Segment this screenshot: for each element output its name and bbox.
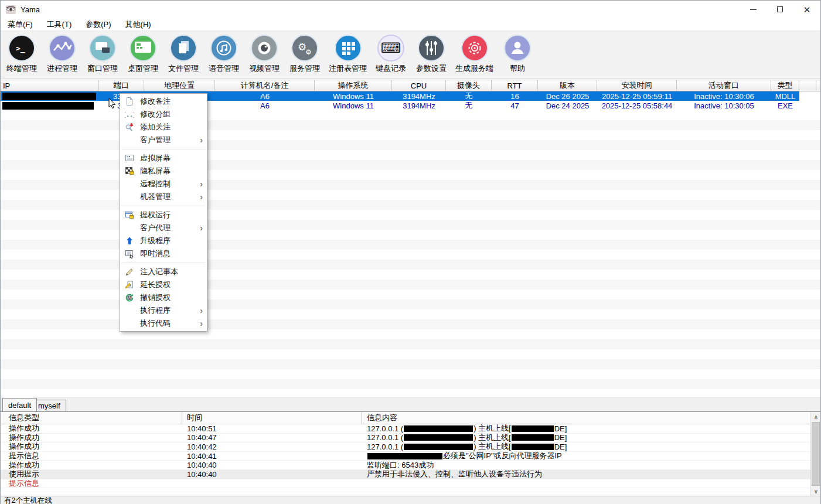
toolbar-item-registry-manage[interactable]: 注册表管理 (329, 35, 367, 74)
context-menu-item-add-watch[interactable]: 添加关注 (120, 121, 207, 134)
host-cell-cpu: 3194MHz (392, 91, 446, 101)
context-menu-item-upgrade-program[interactable]: 升级程序 (120, 234, 207, 247)
redacted-ip (2, 102, 94, 110)
no-icon (124, 135, 135, 145)
context-menu-label-edit-note: 修改备注 (140, 96, 205, 107)
context-menu-item-edit-note[interactable]: 修改备注 (120, 95, 207, 108)
log-text-segment: 127.0.0.1 ( (367, 442, 403, 451)
toolbar-item-window-manage[interactable]: 窗口管理 (86, 35, 119, 74)
context-menu-item-remote-control[interactable]: 远程控制› (120, 178, 207, 190)
redacted-ip (2, 93, 96, 100)
host-cell-os: Windows 11 (315, 101, 392, 110)
inject-notepad-icon (124, 267, 135, 277)
host-cell-type: MDLL (771, 91, 799, 101)
context-menu-item-execute-code[interactable]: 执行代码› (120, 317, 207, 330)
menu-separator (121, 149, 206, 149)
host-column-header-blank[interactable] (799, 80, 816, 91)
context-menu-item-extend-auth[interactable]: x延长授权 (120, 278, 207, 291)
context-menu-item-client-proxy[interactable]: 客户代理› (120, 222, 207, 234)
scroll-down-icon[interactable]: ∨ (811, 486, 821, 496)
host-column-header-install-time[interactable]: 安装时间 (597, 80, 677, 91)
tab-default[interactable]: default (2, 398, 37, 411)
context-menu-item-inject-notepad[interactable]: 注入记事本 (120, 265, 207, 278)
host-column-header-os[interactable]: 操作系统 (315, 80, 392, 91)
host-column-header-ip[interactable]: IP (1, 80, 99, 91)
context-menu-item-client-manage[interactable]: 客户管理› (120, 134, 207, 147)
log-cell-msg-type: 提示信息 (1, 478, 182, 489)
log-panel: 信息类型 时间 信息内容 操作成功10:40:51127.0.0.1 () 主机… (1, 411, 820, 496)
host-cell-rtt: 16 (492, 91, 538, 101)
toolbar-item-video-manage[interactable]: 视频管理 (248, 35, 281, 74)
log-header-content[interactable]: 信息内容 (362, 412, 820, 424)
toolbar-item-terminal-manage[interactable]: >_终端管理 (5, 35, 38, 74)
context-menu-label-extend-auth: 延长授权 (140, 280, 205, 290)
context-menu-item-execute-program[interactable]: 执行程序› (120, 304, 207, 317)
toolbar-label-desktop-manage: 桌面管理 (128, 63, 158, 74)
maximize-button[interactable] (767, 1, 793, 18)
no-icon (124, 192, 135, 202)
toolbar-item-build-server[interactable]: 生成服务端 (455, 35, 493, 74)
context-menu-label-execute-code: 执行代码 (140, 318, 200, 329)
upgrade-icon (124, 236, 135, 246)
scroll-up-icon[interactable]: ∧ (811, 412, 821, 421)
menu-params[interactable]: 参数(P) (80, 18, 117, 31)
no-icon (124, 306, 135, 315)
context-menu-item-elevate-run[interactable]: 提权运行 (120, 209, 207, 222)
toolbar-label-keylogger: 键盘记录 (376, 63, 406, 74)
context-menu-item-instant-message[interactable]: 即时消息 (120, 247, 207, 260)
host-column-header-type[interactable]: 类型 (771, 80, 799, 91)
context-menu-label-elevate-run: 提权运行 (140, 210, 205, 220)
host-column-header-computer-name[interactable]: 计算机名/备注 (215, 80, 315, 91)
context-menu-item-privacy-screen[interactable]: 隐私屏幕 (120, 165, 207, 178)
close-button[interactable]: ✕ (793, 1, 820, 18)
toolbar-item-help[interactable]: 帮助 (501, 35, 534, 74)
host-cell-rtt: 47 (492, 101, 538, 110)
context-menu-item-revoke-auth[interactable]: A撤销授权 (120, 291, 207, 304)
toolbar-item-keylogger[interactable]: ⌨键盘记录 (374, 35, 407, 74)
host-column-header-cpu[interactable]: CPU (392, 80, 446, 91)
tab-myself[interactable]: myself (32, 400, 66, 411)
context-menu-label-inject-notepad: 注入记事本 (140, 267, 205, 277)
mouse-cursor-icon (108, 98, 117, 110)
elevate-run-icon (124, 210, 135, 220)
host-column-header-version[interactable]: 版本 (538, 80, 597, 91)
scrollbar-thumb[interactable] (812, 422, 820, 486)
context-menu-label-instant-message: 即时消息 (140, 248, 205, 259)
minimize-button[interactable] (740, 1, 767, 18)
host-cell-active-window: Inactive: 10:30:05 (677, 101, 771, 110)
host-cell-ip (1, 91, 99, 101)
toolbar-item-file-manage[interactable]: 文件管理 (167, 35, 200, 74)
log-tab-bar: default myself (1, 397, 820, 411)
title-bar: Yama ✕ (1, 1, 820, 18)
context-menu-label-client-proxy: 客户代理 (140, 223, 200, 233)
log-scrollbar[interactable]: ∧ ∨ (810, 412, 820, 496)
toolbar-item-settings[interactable]: 参数设置 (415, 35, 448, 74)
menu-main[interactable]: 菜单(F) (2, 18, 39, 31)
log-row[interactable]: 提示信息 (1, 479, 820, 489)
host-column-header-location[interactable]: 地理位置 (144, 80, 215, 91)
toolbar-item-process-manage[interactable]: 进程管理 (46, 35, 79, 74)
log-header-msg-type[interactable]: 信息类型 (1, 412, 182, 424)
no-icon (124, 223, 135, 233)
host-column-header-port[interactable]: 端口 (99, 80, 144, 91)
context-menu-item-machine-manage[interactable]: 机器管理› (120, 190, 207, 203)
context-menu-item-edit-group[interactable]: {..}修改分组 (120, 108, 207, 121)
log-cell-time: 10:40:42 (182, 442, 362, 451)
toolbar-item-desktop-manage[interactable]: 桌面管理 (127, 35, 159, 74)
host-column-header-rtt[interactable]: RTT (492, 80, 538, 91)
toolbar-item-service-manage[interactable]: ⚙⚙服务管理 (288, 35, 321, 74)
log-header-time[interactable]: 时间 (182, 412, 362, 424)
host-column-header-active-window[interactable]: 活动窗口 (677, 80, 771, 91)
redacted-text (367, 453, 442, 459)
sliders-icon (418, 35, 445, 62)
menu-tools[interactable]: 工具(T) (41, 18, 78, 31)
context-menu-label-execute-program: 执行程序 (140, 305, 200, 316)
toolbar-item-audio-manage[interactable]: 语音管理 (207, 35, 240, 74)
window-title: Yama (21, 5, 40, 14)
host-column-header-camera[interactable]: 摄像头 (446, 80, 492, 91)
files-icon (170, 35, 197, 62)
privacy-screen-icon (124, 166, 135, 176)
menu-other[interactable]: 其他(H) (120, 18, 157, 31)
maximize-icon (777, 6, 783, 12)
context-menu-item-virtual-screen[interactable]: 虚拟屏幕 (120, 152, 207, 165)
